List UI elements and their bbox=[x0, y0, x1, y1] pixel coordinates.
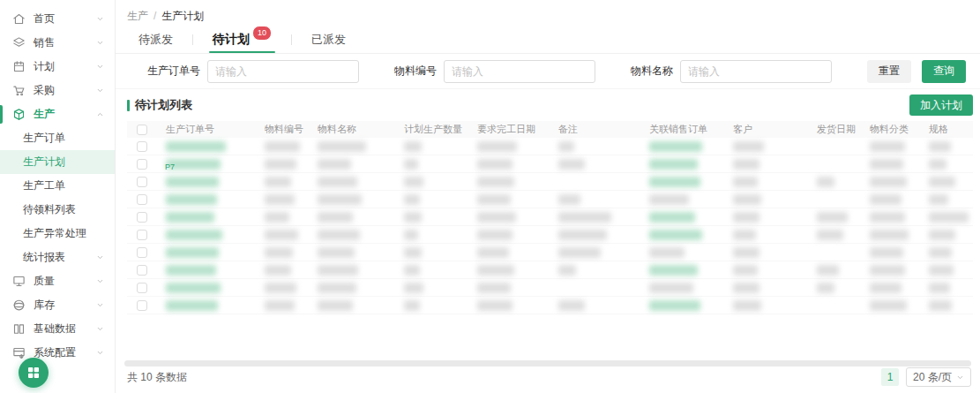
redacted-value-block bbox=[166, 194, 217, 205]
redacted-value-block bbox=[558, 194, 580, 205]
sidebar-subitem-4-4[interactable]: 生产异常处理 bbox=[0, 222, 115, 246]
table-cell bbox=[808, 230, 861, 240]
filter-input-2[interactable] bbox=[680, 60, 832, 83]
table-cell bbox=[395, 159, 468, 170]
table-cell bbox=[395, 300, 468, 311]
total-count-text: 共 10 条数据 bbox=[127, 370, 187, 385]
row-checkbox[interactable] bbox=[137, 212, 147, 223]
filter-input-1[interactable] bbox=[444, 60, 595, 83]
table-cell bbox=[920, 177, 980, 187]
sidebar-item-8[interactable]: 系统配置 bbox=[0, 341, 115, 365]
table-row[interactable] bbox=[127, 244, 973, 261]
row-checkbox[interactable] bbox=[137, 159, 147, 170]
main-content: 生产/生产计划 待派发 待计划 10已派发 生产订单号物料编号物料名称 重置 查… bbox=[116, 0, 980, 393]
sidebar-subitem-4-5[interactable]: 统计报表 bbox=[0, 246, 115, 269]
pending-plan-table: 生产订单号物料编号物料名称计划生产数量要求完工日期备注关联销售订单客户发货日期物… bbox=[127, 121, 973, 314]
filter-input-0[interactable] bbox=[207, 60, 359, 83]
sidebar-subitem-label: 生产工单 bbox=[23, 178, 65, 193]
page-size-select[interactable]: 20 条/页 bbox=[906, 367, 971, 387]
table-row[interactable]: P7 bbox=[127, 155, 973, 173]
home-icon bbox=[12, 12, 26, 26]
chevron-down-icon bbox=[96, 253, 104, 261]
table-row[interactable] bbox=[127, 279, 973, 297]
sidebar-item-2[interactable]: 计划 bbox=[0, 55, 115, 79]
sidebar-subitem-4-1[interactable]: 生产计划 bbox=[0, 150, 115, 174]
table-row[interactable] bbox=[127, 191, 973, 208]
table-cell bbox=[861, 283, 920, 293]
table-cell bbox=[640, 247, 724, 258]
sidebar-item-1[interactable]: 销售 bbox=[0, 31, 115, 55]
sidebar-item-0[interactable]: 首页 bbox=[0, 7, 115, 31]
add-to-plan-button[interactable]: 加入计划 bbox=[909, 94, 973, 116]
row-checkbox-cell bbox=[127, 265, 157, 276]
table-row[interactable] bbox=[127, 261, 973, 279]
filter-label: 物料名称 bbox=[631, 64, 673, 79]
tab-0[interactable]: 待派发 bbox=[137, 26, 175, 53]
quality-monitor-icon bbox=[12, 275, 26, 288]
redacted-value-block bbox=[404, 194, 420, 205]
table-cell bbox=[550, 159, 640, 170]
tab-2[interactable]: 已派发 bbox=[310, 26, 348, 53]
redacted-value-block bbox=[649, 247, 685, 258]
table-cell bbox=[256, 177, 309, 187]
table-cell bbox=[920, 283, 980, 293]
sidebar-subitem-4-0[interactable]: 生产订单 bbox=[0, 126, 115, 150]
table-cell bbox=[724, 265, 808, 276]
redacted-value-block bbox=[929, 300, 952, 311]
filter-group-1: 物料编号 bbox=[394, 60, 595, 83]
sidebar-item-6[interactable]: 库存 bbox=[0, 293, 115, 317]
sidebar-subitem-4-3[interactable]: 待领料列表 bbox=[0, 198, 115, 222]
sidebar: 首页 销售 计划 采购 生产 生产订单 生产计划 生产工单 待领料列表 生产异常… bbox=[0, 0, 116, 393]
table-cell bbox=[468, 194, 550, 205]
sales-icon bbox=[12, 36, 26, 49]
sidebar-item-5[interactable]: 质量 bbox=[0, 269, 115, 293]
table-cell bbox=[256, 141, 309, 152]
table-row[interactable] bbox=[127, 208, 973, 226]
row-checkbox[interactable] bbox=[137, 265, 147, 276]
horizontal-scrollbar[interactable] bbox=[124, 360, 971, 367]
table-cell bbox=[395, 194, 468, 205]
table-cell bbox=[550, 141, 640, 152]
table-cell bbox=[468, 283, 550, 293]
redacted-value-block bbox=[929, 212, 969, 223]
apps-launcher-button[interactable] bbox=[19, 358, 49, 388]
table-cell bbox=[808, 265, 861, 276]
redacted-value-block bbox=[477, 177, 514, 187]
redacted-value-block bbox=[649, 230, 702, 240]
sidebar-item-3[interactable]: 采购 bbox=[0, 79, 115, 102]
redacted-value-block bbox=[649, 177, 700, 187]
table-cell bbox=[724, 141, 808, 152]
table-row[interactable] bbox=[127, 173, 973, 191]
select-all-checkbox[interactable] bbox=[137, 125, 147, 135]
row-checkbox[interactable] bbox=[137, 141, 147, 152]
sidebar-subitem-label: 待领料列表 bbox=[23, 202, 76, 217]
table-cell bbox=[920, 141, 980, 152]
row-checkbox[interactable] bbox=[137, 283, 147, 293]
redacted-value-block bbox=[870, 265, 905, 276]
table-cell bbox=[861, 265, 920, 276]
table-cell bbox=[861, 300, 920, 311]
purchase-cart-icon bbox=[12, 84, 26, 97]
table-cell bbox=[309, 141, 395, 152]
table-cell bbox=[550, 300, 640, 311]
sidebar-item-4[interactable]: 生产 bbox=[0, 102, 115, 126]
row-checkbox[interactable] bbox=[137, 230, 147, 240]
breadcrumb-parent[interactable]: 生产 bbox=[127, 10, 148, 22]
tab-1[interactable]: 待计划 10 bbox=[211, 26, 273, 53]
row-checkbox[interactable] bbox=[137, 177, 147, 187]
chevron-down-icon bbox=[956, 374, 964, 382]
table-row[interactable] bbox=[127, 138, 973, 155]
row-checkbox[interactable] bbox=[137, 300, 147, 311]
redacted-value-block bbox=[166, 300, 218, 311]
reset-button[interactable]: 重置 bbox=[867, 60, 911, 83]
sidebar-subitem-4-2[interactable]: 生产工单 bbox=[0, 174, 115, 198]
page-number-button[interactable]: 1 bbox=[881, 368, 899, 386]
sidebar-item-7[interactable]: 基础数据 bbox=[0, 317, 115, 341]
table-row[interactable] bbox=[127, 297, 973, 314]
table-cell bbox=[395, 247, 468, 258]
row-checkbox[interactable] bbox=[137, 194, 147, 205]
search-button[interactable]: 查询 bbox=[922, 60, 966, 83]
row-checkbox[interactable] bbox=[137, 247, 147, 258]
table-row[interactable] bbox=[127, 226, 973, 244]
redacted-value-block bbox=[318, 159, 351, 170]
